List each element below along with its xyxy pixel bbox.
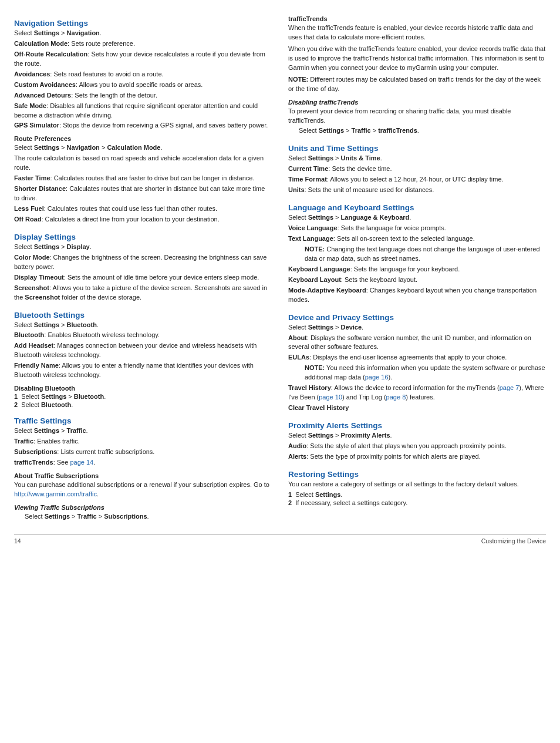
advanced-detours-item: Advanced Detours: Sets the length of the…	[14, 91, 272, 100]
safe-mode-item: Safe Mode: Disables all functions that r…	[14, 102, 272, 120]
add-headset-item: Add Headset: Manages connection between …	[14, 341, 272, 360]
device-privacy-title: Device and Privacy Settings	[288, 313, 546, 322]
traffic-settings-intro: Select Settings > Traffic.	[14, 426, 272, 436]
disabling-bluetooth-list: 1 Select Settings > Bluetooth. 2 Select …	[14, 393, 272, 408]
page8-link[interactable]: page 8	[386, 394, 406, 401]
left-column: Navigation Settings Select Settings > Na…	[14, 11, 272, 524]
alerts-item: Alerts: Sets the type of proximity point…	[288, 452, 546, 462]
restoring-settings-title: Restoring Settings	[288, 470, 546, 479]
traffictrends-para2: When you drive with the trafficTrends fe…	[288, 45, 546, 73]
about-traffic-title: About Traffic Subscriptions	[14, 472, 272, 479]
audio-item: Audio: Sets the style of alert that play…	[288, 442, 546, 451]
keyboard-layout-item: Keyboard Layout: Sets the keyboard layou…	[288, 275, 546, 285]
travel-history-item: Travel History: Allows the device to rec…	[288, 384, 546, 402]
display-settings-section: Display Settings Select Settings > Displ…	[14, 233, 272, 302]
custom-avoidances-item: Custom Avoidances: Allows you to avoid s…	[14, 80, 272, 90]
traffic-item: Traffic: Enables traffic.	[14, 437, 272, 446]
nav-settings-title: Navigation Settings	[14, 19, 272, 28]
list-item: 1 Select Settings > Bluetooth.	[14, 393, 272, 400]
time-format-item: Time Format: Allows you to select a 12-h…	[288, 175, 546, 184]
list-item: 2 Select Bluetooth.	[14, 401, 272, 408]
bluetooth-item: Bluetooth: Enables Bluetooth wireless te…	[14, 331, 272, 340]
page7-link[interactable]: page 7	[500, 384, 519, 391]
disabling-traffictrends-indent: Select Settings > Traffic > trafficTrend…	[288, 126, 546, 136]
nav-settings-section: Navigation Settings Select Settings > Na…	[14, 19, 272, 224]
about-traffic-body: You can purchase additional subscription…	[14, 480, 272, 499]
faster-time-item: Faster Time: Calculates routes that are …	[14, 174, 272, 183]
voice-language-item: Voice Language: Sets the language for vo…	[288, 224, 546, 233]
calc-mode-item: Calculation Mode: Sets route preference.	[14, 39, 272, 49]
traffictrends-subtitle: trafficTrends	[288, 15, 546, 22]
units-time-intro: Select Settings > Units & Time.	[288, 154, 546, 163]
page-footer: 14 Customizing the Device	[14, 534, 546, 544]
traffictrends-ref-item: trafficTrends: See page 14.	[14, 458, 272, 468]
display-settings-intro: Select Settings > Display.	[14, 243, 272, 252]
bluetooth-settings-section: Bluetooth Settings Select Settings > Blu…	[14, 311, 272, 409]
disabling-bluetooth-title: Disabling Bluetooth	[14, 385, 272, 392]
eulas-note: NOTE: You need this information when you…	[288, 364, 546, 382]
language-keyboard-section: Language and Keyboard Settings Select Se…	[288, 203, 546, 304]
current-time-item: Current Time: Sets the device time.	[288, 164, 546, 174]
less-fuel-item: Less Fuel: Calculates routes that could …	[14, 204, 272, 214]
bluetooth-settings-intro: Select Settings > Bluetooth.	[14, 321, 272, 330]
text-language-note: NOTE: Changing the text language does no…	[288, 245, 546, 264]
restoring-settings-list: 1 Select Settings. 2 If necessary, selec…	[288, 491, 546, 506]
proximity-alerts-section: Proximity Alerts Settings Select Setting…	[288, 421, 546, 462]
restoring-settings-section: Restoring Settings You can restore a cat…	[288, 470, 546, 506]
shorter-distance-item: Shorter Distance: Calculates routes that…	[14, 184, 272, 203]
text-language-item: Text Language: Sets all on-screen text t…	[288, 234, 546, 244]
viewing-traffic-title: Viewing Traffic Subscriptions	[14, 504, 272, 511]
about-item: About: Displays the software version num…	[288, 334, 546, 352]
off-road-item: Off Road: Calculates a direct line from …	[14, 215, 272, 224]
proximity-alerts-intro: Select Settings > Proximity Alerts.	[288, 431, 546, 441]
off-route-item: Off-Route Recalculation: Sets how your d…	[14, 50, 272, 69]
traffictrends-para1: When the trafficTrends feature is enable…	[288, 23, 546, 42]
units-time-title: Units and Time Settings	[288, 144, 546, 153]
viewing-traffic-indent: Select Settings > Traffic > Subscription…	[14, 512, 272, 522]
avoidances-item: Avoidances: Sets road features to avoid …	[14, 70, 272, 79]
route-prefs-title: Route Preferences	[14, 135, 272, 142]
bluetooth-settings-title: Bluetooth Settings	[14, 311, 272, 320]
nav-settings-intro: Select Settings > Navigation.	[14, 29, 272, 38]
page16-link[interactable]: page 16	[365, 374, 389, 381]
keyboard-language-item: Keyboard Language: Sets the language for…	[288, 265, 546, 274]
device-privacy-intro: Select Settings > Device.	[288, 323, 546, 332]
device-privacy-section: Device and Privacy Settings Select Setti…	[288, 313, 546, 413]
display-settings-title: Display Settings	[14, 233, 272, 241]
restoring-settings-body: You can restore a category of settings o…	[288, 480, 546, 489]
page-number: 14	[14, 537, 21, 544]
clear-travel-history-item: Clear Travel History	[288, 404, 546, 413]
language-keyboard-intro: Select Settings > Language & Keyboard.	[288, 213, 546, 223]
eulas-item: EULAs: Displays the end-user license agr…	[288, 353, 546, 362]
screenshot-item: Screenshot: Allows you to take a picture…	[14, 284, 272, 302]
traffic-settings-title: Traffic Settings	[14, 416, 272, 425]
disabling-traffictrends-body: To prevent your device from recording or…	[288, 107, 546, 126]
traffictrends-note: NOTE: Different routes may be calculated…	[288, 75, 546, 94]
list-item: 2 If necessary, select a settings catego…	[288, 499, 546, 506]
subscriptions-item: Subscriptions: Lists current traffic sub…	[14, 448, 272, 457]
route-prefs-body: The route calculation is based on road s…	[14, 154, 272, 173]
display-timeout-item: Display Timeout: Sets the amount of idle…	[14, 273, 272, 283]
garmin-traffic-link[interactable]: http://www.garmin.com/traffic	[14, 490, 97, 497]
units-item: Units: Sets the unit of measure used for…	[288, 186, 546, 195]
gps-simulator-item: GPS Simulator: Stops the device from rec…	[14, 121, 272, 130]
right-column: trafficTrends When the trafficTrends fea…	[288, 11, 546, 524]
page10-link[interactable]: page 10	[319, 394, 342, 401]
units-time-section: Units and Time Settings Select Settings …	[288, 144, 546, 195]
friendly-name-item: Friendly Name: Allows you to enter a fri…	[14, 361, 272, 380]
route-prefs-intro: Select Settings > Navigation > Calculati…	[14, 143, 272, 153]
traffictrends-section: trafficTrends When the trafficTrends fea…	[288, 15, 546, 136]
page14-link[interactable]: page 14	[70, 459, 93, 466]
footer-label: Customizing the Device	[481, 537, 546, 544]
mode-adaptive-item: Mode-Adaptive Keyboard: Changes keyboard…	[288, 286, 546, 305]
disabling-traffictrends-title: Disabling trafficTrends	[288, 99, 546, 106]
language-keyboard-title: Language and Keyboard Settings	[288, 203, 546, 212]
list-item: 1 Select Settings.	[288, 491, 546, 498]
color-mode-item: Color Mode: Changes the brightness of th…	[14, 253, 272, 272]
traffic-settings-section: Traffic Settings Select Settings > Traff…	[14, 416, 272, 522]
proximity-alerts-title: Proximity Alerts Settings	[288, 421, 546, 430]
